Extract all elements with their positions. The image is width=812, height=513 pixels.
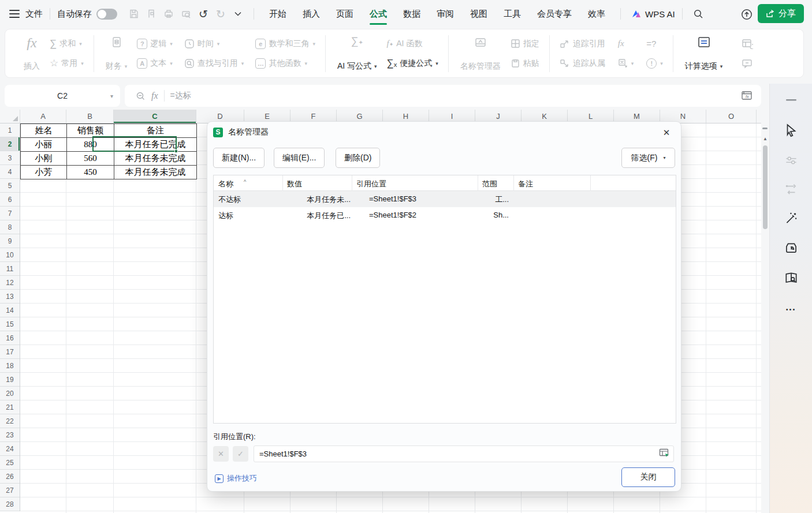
scroll-up-icon[interactable]: ▲ — [763, 136, 768, 141]
lookup-reference-button[interactable]: 查找与引用▾ — [180, 55, 248, 72]
row-header-8[interactable]: 8 — [0, 220, 20, 234]
print-icon[interactable] — [160, 5, 177, 23]
collapse-sidebar-icon[interactable] — [781, 91, 801, 110]
cell-C1[interactable]: 备注 — [114, 124, 197, 138]
quick-formula-button[interactable]: ∑ₓ 便捷公式▾ — [383, 55, 442, 72]
edit-name-button[interactable]: 编辑(E)... — [274, 148, 325, 168]
logic-functions-button[interactable]: ? 逻辑▾ — [133, 36, 177, 52]
recalculate-sheet-button[interactable] — [737, 36, 757, 52]
row-header-16[interactable]: 16 — [0, 331, 20, 345]
text-functions-button[interactable]: A 文本▾ — [133, 55, 177, 72]
ai-write-formula-button[interactable]: ∑✦ AI 写公式▾ — [331, 36, 383, 72]
row-header-22[interactable]: 22 — [0, 414, 20, 428]
export-pdf-icon[interactable] — [143, 5, 160, 23]
zoom-out-formula-icon[interactable] — [132, 87, 149, 104]
refers-to-input[interactable]: =Sheet1!$F$3 — [254, 445, 674, 462]
redo-icon[interactable]: ↻ — [212, 5, 229, 23]
file-menu-button[interactable]: 文件 — [25, 9, 43, 20]
row-header-28[interactable]: 28 — [0, 497, 20, 511]
row-header-4[interactable]: 4 — [0, 165, 20, 179]
cell-B4[interactable]: 450 — [67, 166, 114, 179]
cell-B1[interactable]: 销售额 — [67, 124, 114, 138]
row-header-26[interactable]: 26 — [0, 470, 20, 484]
tab-数据[interactable]: 数据 — [395, 0, 429, 28]
undo-icon[interactable]: ↺ — [195, 5, 212, 23]
name-row-budabiao[interactable]: 不达标 本月任务未... =Sheet1!$F$3 工... — [214, 191, 676, 207]
tips-link[interactable]: ▶ 操作技巧 — [215, 473, 257, 484]
share-button[interactable]: 分享 — [758, 4, 804, 23]
cell-A3[interactable]: 小刚 — [21, 152, 67, 166]
math-trig-button[interactable]: e 数学和三角▾ — [251, 36, 319, 52]
row-header-9[interactable]: 9 — [0, 234, 20, 248]
col-header-name[interactable]: 名称 — [218, 179, 233, 189]
expand-formula-bar-icon[interactable]: fx — [738, 87, 755, 104]
row-header-5[interactable]: 5 — [0, 179, 20, 193]
col-header-scope[interactable]: 范围 — [482, 179, 497, 189]
search-icon[interactable] — [690, 5, 707, 23]
common-functions-button[interactable]: ☆ 常用▾ — [46, 55, 88, 72]
row-header-23[interactable]: 23 — [0, 428, 20, 442]
other-functions-button[interactable]: … 其他函数▾ — [251, 55, 319, 72]
dialog-close-button[interactable]: 关闭 — [621, 467, 675, 487]
magic-wand-icon[interactable] — [781, 208, 801, 228]
finance-button[interactable]: 财务▾ — [100, 36, 133, 72]
cancel-edit-icon[interactable]: ✕ — [213, 446, 229, 462]
comment-button[interactable] — [737, 55, 757, 72]
delete-name-button[interactable]: 删除(D) — [336, 148, 380, 168]
col-header-refers[interactable]: 引用位置 — [356, 179, 386, 189]
time-functions-button[interactable]: 时间▾ — [180, 36, 248, 52]
row-header-20[interactable]: 20 — [0, 387, 20, 400]
tab-审阅[interactable]: 审阅 — [429, 0, 462, 28]
scrollbar-thumb[interactable] — [763, 145, 768, 229]
row-header-10[interactable]: 10 — [0, 248, 20, 262]
row-header-19[interactable]: 19 — [0, 373, 20, 387]
col-header-value[interactable]: 数值 — [287, 179, 302, 189]
loop-layout-icon[interactable] — [781, 179, 801, 199]
adjust-settings-icon[interactable] — [781, 151, 801, 170]
formula-text[interactable]: =达标 — [170, 91, 738, 101]
insert-function-button[interactable]: fx 插入 — [18, 36, 46, 72]
select-all-corner[interactable] — [0, 110, 20, 123]
show-formulas-button[interactable]: fx — [614, 36, 638, 52]
calc-options-button[interactable]: 计算选项▾ — [679, 36, 729, 72]
row-header-12[interactable]: 12 — [0, 276, 20, 290]
name-manager-button[interactable]: 名称管理器 — [455, 36, 506, 72]
cursor-select-icon[interactable] — [781, 121, 801, 140]
cell-A4[interactable]: 小芳 — [21, 166, 67, 179]
save-icon[interactable] — [125, 5, 143, 23]
tab-工具[interactable]: 工具 — [496, 0, 529, 28]
formula-evaluate-button[interactable]: =? — [642, 36, 667, 52]
name-box[interactable]: C2 ▾ — [5, 85, 120, 107]
new-name-button[interactable]: 新建(N)... — [213, 148, 265, 168]
row-header-18[interactable]: 18 — [0, 359, 20, 373]
tab-公式[interactable]: 公式 — [362, 0, 395, 28]
cell-B2[interactable]: 880 — [67, 138, 114, 152]
confirm-edit-icon[interactable]: ✓ — [233, 446, 248, 462]
row-header-14[interactable]: 14 — [0, 304, 20, 317]
filter-button[interactable]: 筛选(F) ▾ — [621, 148, 675, 168]
tab-视图[interactable]: 视图 — [462, 0, 496, 28]
row-header-13[interactable]: 13 — [0, 290, 20, 304]
ai-function-button[interactable]: f✦ AI 函数 — [383, 36, 442, 52]
row-header-6[interactable]: 6 — [0, 193, 20, 207]
tab-会员专享[interactable]: 会员专享 — [529, 0, 580, 28]
row-header-3[interactable]: 3 — [0, 151, 20, 165]
tab-开始[interactable]: 开始 — [261, 0, 295, 28]
trace-dependents-button[interactable]: 追踪从属 — [556, 55, 609, 72]
wps-ai-button[interactable]: WPS AI — [631, 9, 675, 19]
trace-precedents-button[interactable]: 追踪引用 — [556, 36, 609, 52]
row-header-17[interactable]: 17 — [0, 345, 20, 359]
row-header-27[interactable]: 27 — [0, 484, 20, 497]
fx-icon[interactable]: fx — [151, 91, 158, 100]
column-header-C[interactable]: C — [114, 110, 196, 123]
scrollbar-split-handle[interactable] — [762, 128, 768, 129]
row-header-1[interactable]: 1 — [0, 123, 20, 137]
cell-C4[interactable]: 本月任务未完成 — [114, 166, 197, 179]
row-header-2[interactable]: 2 — [0, 137, 20, 151]
assign-names-button[interactable]: 指定 — [506, 36, 543, 52]
remove-arrows-button[interactable]: ▾ — [614, 55, 638, 72]
row-header-24[interactable]: 24 — [0, 442, 20, 456]
cell-A1[interactable]: 姓名 — [21, 124, 67, 138]
name-row-dabiao[interactable]: 达标 本月任务已... =Sheet1!$F$2 Sh... — [214, 207, 676, 223]
cell-A2[interactable]: 小丽 — [21, 138, 67, 152]
